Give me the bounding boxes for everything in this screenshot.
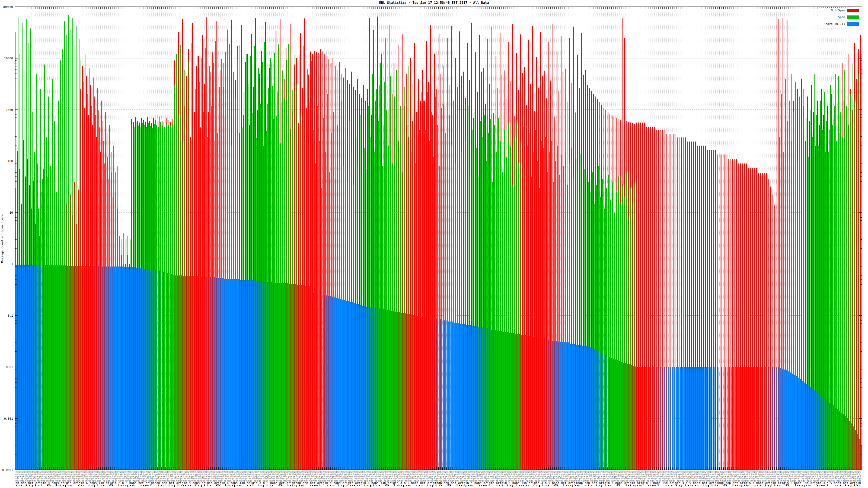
bar-score: [784, 369, 785, 470]
bar-score: [120, 266, 121, 470]
bar-score: [604, 355, 606, 470]
bar-score: [531, 336, 532, 470]
bar-not-spam: [732, 159, 733, 470]
bar-score: [387, 310, 388, 470]
bar-score: [189, 276, 190, 470]
bar-score: [94, 266, 94, 470]
bar-score: [244, 280, 245, 470]
bar-score: [560, 341, 561, 470]
bar-spam: [852, 63, 854, 470]
bar-score: [57, 265, 58, 470]
bar-score: [594, 349, 595, 470]
bar-score: [59, 265, 60, 470]
legend: Not Spam Spam Score (0..1): [819, 8, 860, 28]
bar-score: [126, 267, 127, 470]
bar-score: [51, 265, 52, 470]
bar-not-spam: [752, 168, 753, 470]
bar-score: [576, 345, 577, 470]
bar-score: [28, 265, 29, 470]
bar-not-spam: [677, 137, 678, 470]
bar-score: [226, 279, 227, 470]
bar-score: [428, 318, 428, 470]
bar-score: [175, 275, 176, 470]
y-tick-label: 1000: [6, 108, 13, 112]
bar-not-spam: [652, 127, 653, 470]
bar-not-spam: [744, 163, 745, 470]
bar-score: [20, 265, 21, 470]
bar-not-spam: [707, 150, 708, 470]
bar-score: [788, 371, 789, 470]
bar-score: [682, 367, 683, 470]
bar-not-spam: [650, 127, 651, 470]
bar-not-spam: [742, 163, 743, 470]
bar-not-spam: [646, 127, 647, 470]
bar-score: [633, 366, 634, 470]
bar-score: [26, 265, 27, 470]
bar-not-spam: [701, 145, 702, 470]
bar-score: [623, 363, 624, 470]
bar-score: [128, 267, 129, 470]
bar-score: [487, 328, 488, 470]
bar-score: [751, 367, 752, 470]
bar-score: [841, 413, 842, 470]
bar-score: [326, 295, 327, 470]
bar-score: [77, 266, 78, 470]
bar-not-spam: [648, 127, 649, 470]
legend-swatch-not-spam: [847, 9, 859, 12]
bar-score: [319, 294, 320, 470]
bar-score: [65, 265, 66, 470]
bar-score: [725, 367, 725, 470]
bar-score: [780, 368, 781, 470]
bar-score: [814, 390, 815, 470]
bar-score: [405, 314, 406, 470]
bar-not-spam: [766, 173, 767, 470]
bar-score: [191, 276, 192, 470]
bar-not-spam: [764, 173, 765, 470]
bar-not-spam: [774, 205, 775, 470]
bar-not-spam: [685, 137, 686, 470]
bar-score: [621, 362, 622, 470]
bar-score: [303, 285, 304, 470]
bar-score: [818, 394, 819, 470]
bar-score: [348, 301, 349, 470]
bar-score: [181, 275, 182, 470]
bar-not-spam: [656, 130, 657, 470]
bar-score: [279, 283, 280, 470]
bar-score: [397, 312, 398, 470]
bar-score: [794, 375, 795, 470]
bar-score: [533, 337, 534, 470]
bar-score: [140, 268, 141, 470]
bar-not-spam: [699, 145, 700, 470]
bar-score: [590, 347, 591, 470]
bar-spam: [850, 94, 851, 470]
bar-score: [629, 364, 630, 470]
bar-score: [132, 267, 133, 470]
bar-score: [709, 367, 709, 470]
bar-score: [367, 306, 367, 470]
bar-score: [204, 276, 204, 470]
bar-score: [802, 381, 803, 470]
bar-score: [399, 312, 400, 470]
bar-score: [820, 395, 822, 470]
bar-score: [503, 332, 504, 470]
bar-score: [323, 295, 324, 470]
bar-score: [670, 367, 671, 470]
bar-not-spam: [736, 159, 737, 470]
bar-score: [267, 282, 268, 470]
bar-score: [529, 336, 530, 470]
bar-score: [499, 331, 500, 470]
bar-score: [843, 414, 844, 470]
bar-score: [444, 321, 444, 470]
bar-score: [155, 270, 155, 470]
bar-score: [71, 266, 72, 470]
bar-score: [273, 283, 273, 470]
bar-score: [421, 317, 422, 470]
rbl-statistics-chart: RBL Statistics - Tue Jan 17 12:58:49 EST…: [0, 0, 868, 488]
bar-score: [839, 411, 839, 470]
bar-not-spam: [713, 150, 714, 470]
bar-score: [110, 266, 111, 470]
bar-score: [816, 392, 817, 470]
bar-score: [452, 322, 453, 470]
bar-score: [222, 278, 223, 470]
bar-not-spam: [711, 150, 712, 470]
